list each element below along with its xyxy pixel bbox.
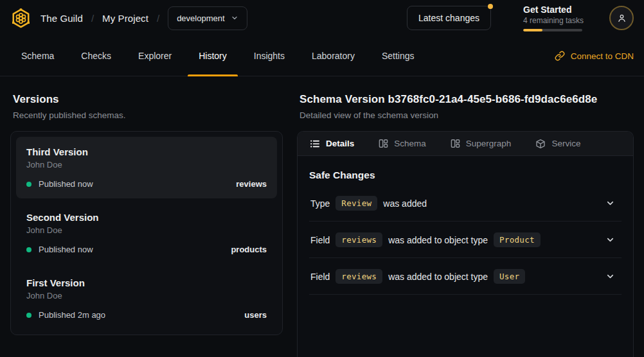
schema-version-title: Schema Version b3768fc0-21a4-45e5-b686-f… bbox=[300, 93, 634, 106]
version-list-item[interactable]: First Version John Doe Published 2m ago … bbox=[16, 268, 277, 329]
version-status: Published now bbox=[39, 245, 93, 254]
schema-version-panel: Schema Version b3768fc0-21a4-45e5-b686-f… bbox=[297, 93, 634, 357]
versions-list: Third Version John Doe Published now rev… bbox=[10, 131, 283, 335]
breadcrumb-separator: / bbox=[157, 13, 159, 24]
brand: The Guild bbox=[10, 8, 83, 29]
get-started-widget[interactable]: Get Started 4 remaining tasks bbox=[523, 4, 582, 32]
version-author: John Doe bbox=[26, 291, 267, 300]
list-icon bbox=[310, 139, 320, 149]
guild-logo-icon[interactable] bbox=[10, 8, 31, 29]
get-started-progress-track bbox=[523, 29, 582, 31]
change-row[interactable]: Field reviews was added to object type P… bbox=[309, 222, 622, 258]
change-target-badge: Product bbox=[494, 232, 541, 247]
change-prefix: Type bbox=[310, 198, 330, 209]
get-started-subtitle: 4 remaining tasks bbox=[523, 16, 582, 25]
chevron-down-icon bbox=[231, 14, 238, 22]
get-started-title: Get Started bbox=[523, 4, 582, 15]
change-prefix: Field bbox=[310, 235, 330, 245]
cube-icon bbox=[535, 139, 546, 149]
version-service-name: products bbox=[231, 245, 267, 254]
version-list-item[interactable]: Third Version John Doe Published now rev… bbox=[16, 137, 277, 198]
version-service-name: reviews bbox=[236, 179, 267, 189]
change-code-badge: reviews bbox=[335, 269, 382, 284]
version-title: First Version bbox=[26, 277, 267, 288]
tab-insights[interactable]: Insights bbox=[243, 36, 296, 76]
columns-icon bbox=[379, 139, 388, 148]
project-nav: Schema Checks Explorer History Insights … bbox=[0, 36, 644, 76]
latest-changes-button[interactable]: Latest changes bbox=[407, 6, 491, 30]
schema-version-card: Details Schema bbox=[297, 131, 634, 357]
target-selector[interactable]: development bbox=[168, 6, 247, 30]
tab-explorer[interactable]: Explorer bbox=[127, 36, 183, 76]
target-selector-value: development bbox=[177, 13, 224, 23]
tab-laboratory[interactable]: Laboratory bbox=[301, 36, 366, 76]
link-icon bbox=[555, 51, 565, 61]
breadcrumb-org[interactable]: The Guild bbox=[40, 13, 83, 24]
version-list-item[interactable]: Second Version John Doe Published now pr… bbox=[16, 202, 277, 264]
change-code-badge: Review bbox=[335, 196, 377, 211]
change-suffix: was added bbox=[383, 198, 427, 209]
change-suffix: was added to object type bbox=[388, 272, 488, 282]
version-author: John Doe bbox=[26, 160, 267, 170]
tab-history[interactable]: History bbox=[188, 36, 238, 76]
breadcrumb-project[interactable]: My Project bbox=[102, 13, 148, 24]
change-code-badge: reviews bbox=[335, 232, 382, 247]
version-service-name: users bbox=[244, 310, 267, 320]
breadcrumb-separator: / bbox=[91, 13, 94, 24]
version-status: Published now bbox=[39, 179, 93, 189]
published-status-dot bbox=[26, 247, 31, 252]
tab-schema-view[interactable]: Schema bbox=[379, 139, 426, 148]
notification-dot bbox=[488, 4, 493, 9]
version-status-row: Published now products bbox=[26, 245, 267, 254]
tab-supergraph[interactable]: Supergraph bbox=[451, 139, 512, 148]
safe-changes-heading: Safe Changes bbox=[309, 170, 622, 181]
versions-subtitle: Recently published schemas. bbox=[13, 110, 283, 120]
columns-icon bbox=[451, 139, 460, 148]
version-status: Published 2m ago bbox=[39, 310, 105, 320]
change-row[interactable]: Type Review was added bbox=[309, 185, 622, 222]
tab-service[interactable]: Service bbox=[535, 139, 580, 149]
version-status-row: Published 2m ago users bbox=[26, 310, 267, 320]
change-row[interactable]: Field reviews was added to object type U… bbox=[309, 258, 622, 295]
connect-to-cdn-button[interactable]: Connect to CDN bbox=[555, 36, 634, 76]
tab-label: Schema bbox=[394, 139, 426, 148]
detail-body: Safe Changes Type Review was added Field… bbox=[298, 156, 633, 295]
schema-version-subtitle: Detailed view of the schema version bbox=[300, 110, 634, 120]
version-title: Second Version bbox=[26, 212, 267, 223]
tab-details[interactable]: Details bbox=[310, 139, 354, 149]
tab-label: Supergraph bbox=[466, 139, 512, 148]
change-prefix: Field bbox=[310, 272, 330, 282]
versions-title: Versions bbox=[13, 93, 283, 106]
get-started-progress-fill bbox=[523, 29, 542, 31]
person-icon bbox=[616, 13, 627, 24]
tab-settings[interactable]: Settings bbox=[371, 36, 425, 76]
change-target-badge: User bbox=[494, 269, 525, 284]
chevron-down-icon bbox=[605, 235, 615, 245]
version-status-row: Published now reviews bbox=[26, 179, 267, 189]
tab-schema[interactable]: Schema bbox=[10, 36, 65, 76]
user-avatar[interactable] bbox=[609, 6, 634, 30]
version-title: Third Version bbox=[26, 146, 267, 157]
tab-label: Details bbox=[326, 139, 354, 148]
top-bar: The Guild / My Project / development Lat… bbox=[0, 0, 644, 36]
detail-tab-bar: Details Schema bbox=[298, 132, 633, 156]
connect-to-cdn-label: Connect to CDN bbox=[571, 51, 634, 61]
published-status-dot bbox=[26, 182, 31, 187]
version-author: John Doe bbox=[26, 225, 267, 235]
chevron-down-icon bbox=[605, 272, 615, 281]
chevron-down-icon bbox=[605, 198, 615, 208]
main-content: Versions Recently published schemas. Thi… bbox=[0, 76, 644, 357]
latest-changes-label: Latest changes bbox=[418, 13, 479, 23]
tab-label: Service bbox=[551, 139, 580, 148]
published-status-dot bbox=[26, 313, 31, 318]
change-suffix: was added to object type bbox=[388, 235, 488, 245]
versions-panel: Versions Recently published schemas. Thi… bbox=[10, 93, 283, 357]
tab-checks[interactable]: Checks bbox=[70, 36, 122, 76]
